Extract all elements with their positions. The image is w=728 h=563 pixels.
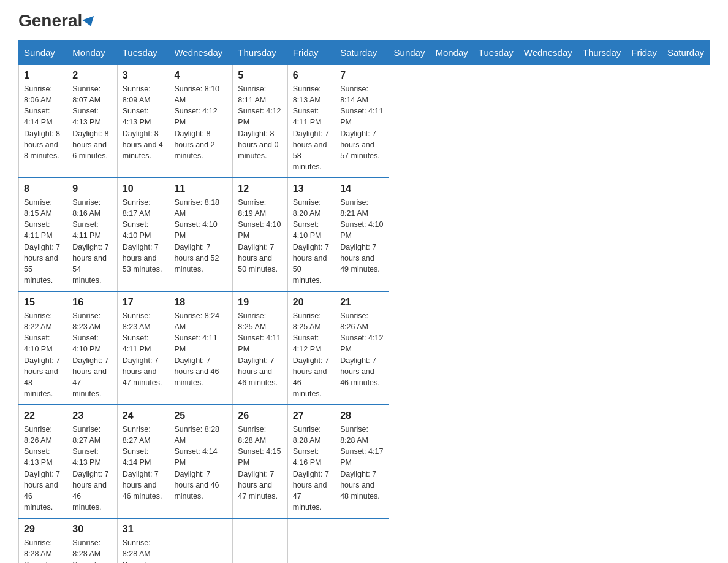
- day-number: 27: [293, 410, 330, 421]
- day-number: 5: [238, 70, 282, 81]
- day-number: 19: [238, 297, 282, 308]
- day-info: Sunrise: 8:27 AMSunset: 4:14 PMDaylight:…: [123, 424, 164, 502]
- day-info: Sunrise: 8:28 AMSunset: 4:16 PMDaylight:…: [293, 424, 330, 513]
- calendar-cell: 25Sunrise: 8:28 AMSunset: 4:14 PMDayligh…: [169, 405, 233, 518]
- day-info: Sunrise: 8:13 AMSunset: 4:11 PMDaylight:…: [293, 83, 330, 172]
- day-number: 9: [72, 183, 112, 194]
- day-header-friday: Friday: [626, 41, 662, 65]
- day-info: Sunrise: 8:14 AMSunset: 4:11 PMDaylight:…: [340, 83, 383, 161]
- day-number: 12: [238, 183, 282, 194]
- day-info: Sunrise: 8:28 AMSunset: 4:15 PMDaylight:…: [238, 424, 282, 502]
- day-info: Sunrise: 8:28 AMSunset: 4:19 PMDaylight:…: [72, 537, 112, 563]
- day-info: Sunrise: 8:24 AMSunset: 4:11 PMDaylight:…: [174, 310, 227, 388]
- day-info: Sunrise: 8:18 AMSunset: 4:10 PMDaylight:…: [174, 197, 227, 275]
- week-row-5: 29Sunrise: 8:28 AMSunset: 4:18 PMDayligh…: [19, 518, 710, 563]
- day-info: Sunrise: 8:25 AMSunset: 4:11 PMDaylight:…: [238, 310, 282, 388]
- day-header-monday: Monday: [67, 41, 117, 65]
- calendar-cell: 26Sunrise: 8:28 AMSunset: 4:15 PMDayligh…: [233, 405, 288, 518]
- day-info: Sunrise: 8:06 AMSunset: 4:14 PMDaylight:…: [24, 83, 62, 161]
- calendar-cell: 14Sunrise: 8:21 AMSunset: 4:10 PMDayligh…: [335, 178, 389, 291]
- day-header-sunday: Sunday: [19, 41, 67, 65]
- day-info: Sunrise: 8:23 AMSunset: 4:11 PMDaylight:…: [123, 310, 164, 388]
- day-header-saturday: Saturday: [335, 41, 389, 65]
- day-header-thursday: Thursday: [233, 41, 288, 65]
- day-info: Sunrise: 8:28 AMSunset: 4:20 PMDaylight:…: [123, 537, 164, 563]
- day-header-wednesday: Wednesday: [518, 41, 577, 65]
- logo-top: General: [18, 12, 96, 29]
- day-info: Sunrise: 8:22 AMSunset: 4:10 PMDaylight:…: [24, 310, 62, 399]
- day-number: 7: [340, 70, 383, 81]
- logo-arrow-icon: [82, 16, 97, 28]
- calendar-cell: [335, 518, 389, 563]
- day-number: 24: [123, 410, 164, 421]
- week-row-1: 1Sunrise: 8:06 AMSunset: 4:14 PMDaylight…: [19, 64, 710, 178]
- day-info: Sunrise: 8:28 AMSunset: 4:18 PMDaylight:…: [24, 537, 62, 563]
- day-info: Sunrise: 8:26 AMSunset: 4:13 PMDaylight:…: [24, 424, 62, 513]
- day-number: 15: [24, 297, 62, 308]
- day-number: 4: [174, 70, 227, 81]
- day-number: 3: [123, 70, 164, 81]
- calendar-cell: [169, 518, 233, 563]
- calendar-cell: 24Sunrise: 8:27 AMSunset: 4:14 PMDayligh…: [117, 405, 169, 518]
- calendar-cell: 15Sunrise: 8:22 AMSunset: 4:10 PMDayligh…: [19, 291, 67, 405]
- calendar-table: SundayMondayTuesdayWednesdayThursdayFrid…: [18, 40, 710, 563]
- calendar-cell: [233, 518, 288, 563]
- page-header: General: [18, 12, 710, 28]
- calendar-cell: 12Sunrise: 8:19 AMSunset: 4:10 PMDayligh…: [233, 178, 288, 291]
- calendar-cell: 22Sunrise: 8:26 AMSunset: 4:13 PMDayligh…: [19, 405, 67, 518]
- day-number: 2: [72, 70, 112, 81]
- day-number: 14: [340, 183, 383, 194]
- day-number: 8: [24, 183, 62, 194]
- calendar-cell: 10Sunrise: 8:17 AMSunset: 4:10 PMDayligh…: [117, 178, 169, 291]
- calendar-cell: 13Sunrise: 8:20 AMSunset: 4:10 PMDayligh…: [287, 178, 335, 291]
- day-info: Sunrise: 8:17 AMSunset: 4:10 PMDaylight:…: [123, 197, 164, 275]
- day-info: Sunrise: 8:07 AMSunset: 4:13 PMDaylight:…: [72, 83, 112, 161]
- week-row-4: 22Sunrise: 8:26 AMSunset: 4:13 PMDayligh…: [19, 405, 710, 518]
- calendar-cell: 19Sunrise: 8:25 AMSunset: 4:11 PMDayligh…: [233, 291, 288, 405]
- day-number: 23: [72, 410, 112, 421]
- day-number: 13: [293, 183, 330, 194]
- day-header-thursday: Thursday: [577, 41, 626, 65]
- day-header-wednesday: Wednesday: [169, 41, 233, 65]
- calendar-cell: 30Sunrise: 8:28 AMSunset: 4:19 PMDayligh…: [67, 518, 117, 563]
- day-info: Sunrise: 8:15 AMSunset: 4:11 PMDaylight:…: [24, 197, 62, 286]
- calendar-cell: 17Sunrise: 8:23 AMSunset: 4:11 PMDayligh…: [117, 291, 169, 405]
- day-number: 11: [174, 183, 227, 194]
- logo-general: General: [18, 11, 82, 30]
- day-number: 22: [24, 410, 62, 421]
- day-number: 18: [174, 297, 227, 308]
- logo: General: [18, 12, 96, 28]
- calendar-cell: 11Sunrise: 8:18 AMSunset: 4:10 PMDayligh…: [169, 178, 233, 291]
- calendar-cell: 2Sunrise: 8:07 AMSunset: 4:13 PMDaylight…: [67, 64, 117, 178]
- calendar-cell: 8Sunrise: 8:15 AMSunset: 4:11 PMDaylight…: [19, 178, 67, 291]
- calendar-cell: 20Sunrise: 8:25 AMSunset: 4:12 PMDayligh…: [287, 291, 335, 405]
- day-info: Sunrise: 8:27 AMSunset: 4:13 PMDaylight:…: [72, 424, 112, 513]
- calendar-cell: [287, 518, 335, 563]
- day-info: Sunrise: 8:26 AMSunset: 4:12 PMDaylight:…: [340, 310, 383, 388]
- day-header-friday: Friday: [287, 41, 335, 65]
- day-number: 30: [72, 524, 112, 535]
- week-row-3: 15Sunrise: 8:22 AMSunset: 4:10 PMDayligh…: [19, 291, 710, 405]
- calendar-header-row: SundayMondayTuesdayWednesdayThursdayFrid…: [19, 41, 710, 65]
- day-number: 10: [123, 183, 164, 194]
- day-number: 26: [238, 410, 282, 421]
- calendar-cell: 31Sunrise: 8:28 AMSunset: 4:20 PMDayligh…: [117, 518, 169, 563]
- day-number: 25: [174, 410, 227, 421]
- day-info: Sunrise: 8:28 AMSunset: 4:14 PMDaylight:…: [174, 424, 227, 502]
- day-info: Sunrise: 8:10 AMSunset: 4:12 PMDaylight:…: [174, 83, 227, 161]
- day-number: 28: [340, 410, 383, 421]
- calendar-cell: 28Sunrise: 8:28 AMSunset: 4:17 PMDayligh…: [335, 405, 389, 518]
- day-number: 21: [340, 297, 383, 308]
- calendar-cell: 5Sunrise: 8:11 AMSunset: 4:12 PMDaylight…: [233, 64, 288, 178]
- calendar-cell: 23Sunrise: 8:27 AMSunset: 4:13 PMDayligh…: [67, 405, 117, 518]
- calendar-cell: 7Sunrise: 8:14 AMSunset: 4:11 PMDaylight…: [335, 64, 389, 178]
- day-info: Sunrise: 8:23 AMSunset: 4:10 PMDaylight:…: [72, 310, 112, 399]
- week-row-2: 8Sunrise: 8:15 AMSunset: 4:11 PMDaylight…: [19, 178, 710, 291]
- day-number: 20: [293, 297, 330, 308]
- day-info: Sunrise: 8:16 AMSunset: 4:11 PMDaylight:…: [72, 197, 112, 286]
- calendar-cell: 16Sunrise: 8:23 AMSunset: 4:10 PMDayligh…: [67, 291, 117, 405]
- calendar-cell: 21Sunrise: 8:26 AMSunset: 4:12 PMDayligh…: [335, 291, 389, 405]
- calendar-cell: 6Sunrise: 8:13 AMSunset: 4:11 PMDaylight…: [287, 64, 335, 178]
- day-header-sunday: Sunday: [389, 41, 430, 65]
- day-info: Sunrise: 8:21 AMSunset: 4:10 PMDaylight:…: [340, 197, 383, 275]
